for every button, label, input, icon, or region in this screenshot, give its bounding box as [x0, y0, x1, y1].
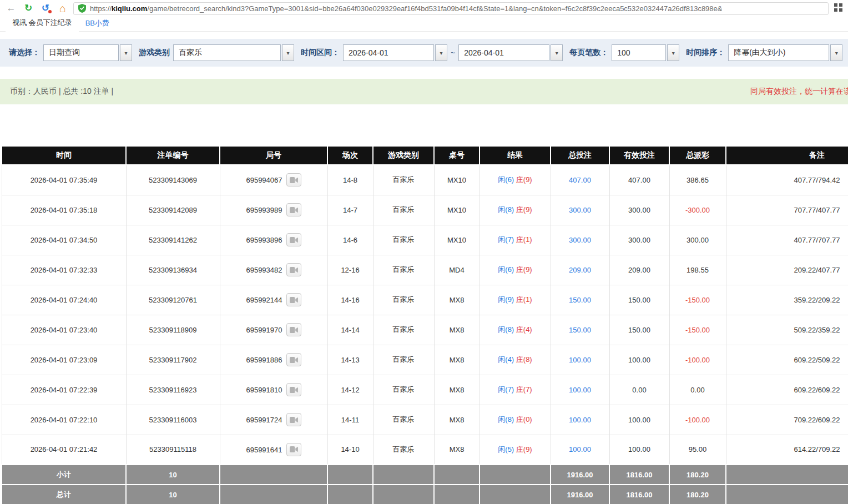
table-row: 2026-04-01 07:34:50 523309141262 6959938… [2, 225, 848, 255]
cell-total-bet[interactable]: 100.00 [551, 375, 609, 405]
cell-session: 14-14 [327, 315, 373, 345]
chevron-down-icon[interactable]: ▾ [667, 44, 679, 61]
col-table-no: 桌号 [434, 146, 479, 165]
footer-empty-cell [434, 485, 479, 504]
footer-empty-cell [434, 465, 479, 485]
cell-payout: -150.00 [669, 315, 726, 345]
subtotal-payout: 180.20 [669, 465, 726, 485]
table-footer: 小计 10 1916.00 1816.00 180.20 总计 10 [2, 465, 848, 504]
video-replay-button[interactable] [286, 173, 301, 187]
page-size-select[interactable]: 100 ▾ [612, 44, 679, 61]
subtotal-total-bet: 1916.00 [551, 465, 609, 485]
result-player: 闲(7) [498, 385, 514, 394]
cell-total-bet[interactable]: 209.00 [551, 255, 609, 285]
col-session: 场次 [327, 146, 373, 165]
chevron-down-icon[interactable]: ▾ [282, 44, 294, 61]
total-total-bet: 1916.00 [551, 485, 609, 504]
cell-result: 闲(4) 庄(8) [479, 345, 551, 375]
video-icon [290, 177, 298, 184]
cell-total-bet[interactable]: 100.00 [551, 345, 609, 375]
cell-table-no: MX8 [434, 405, 479, 435]
game-type-label: 游戏类别 [139, 48, 170, 58]
cell-table-no: MX8 [434, 345, 479, 375]
cell-total-bet[interactable]: 100.00 [551, 405, 609, 435]
video-icon [290, 206, 298, 214]
video-replay-button[interactable] [286, 323, 301, 336]
cell-bet-id: 523309115118 [126, 435, 220, 465]
video-icon [290, 296, 298, 304]
chevron-down-icon[interactable]: ▾ [830, 44, 842, 61]
subtotal-count: 10 [126, 465, 220, 485]
page-size-value: 100 [612, 44, 666, 61]
cell-total-bet[interactable]: 300.00 [551, 225, 609, 255]
cell-result: 闲(6) 庄(9) [479, 165, 551, 195]
date-to-value: 2026-04-01 [458, 44, 549, 61]
tab-bet-records[interactable]: 视讯 会员下注纪录 [6, 15, 79, 32]
cell-game-type: 百家乐 [373, 315, 434, 345]
url-domain: kiqiiu.com [112, 4, 147, 13]
cell-session: 14-16 [327, 285, 373, 315]
query-type-select[interactable]: 日期查询 ▾ [43, 44, 132, 61]
apps-grid-icon[interactable] [832, 3, 844, 14]
result-player: 闲(7) [498, 235, 514, 244]
cell-table-no: MD4 [434, 255, 479, 285]
video-replay-button[interactable] [286, 203, 301, 216]
cell-bet-id: 523309117902 [126, 345, 220, 375]
address-bar[interactable]: https://kiqiiu.com/game/betrecord_search… [73, 2, 829, 15]
game-type-select[interactable]: 百家乐 ▾ [173, 44, 294, 61]
cell-game-type: 百家乐 [373, 345, 434, 375]
cell-table-no: MX10 [434, 225, 479, 255]
cell-total-bet[interactable]: 100.00 [551, 435, 609, 465]
cell-payout: 198.55 [669, 255, 726, 285]
cell-valid-bet: 100.00 [609, 405, 669, 435]
tab-bb-tip[interactable]: BB小费 [79, 16, 116, 32]
cell-game-type: 百家乐 [373, 165, 434, 195]
sort-label: 时间排序： [686, 48, 725, 58]
footer-empty-cell [479, 465, 551, 485]
cell-result: 闲(8) 庄(4) [479, 315, 551, 345]
cell-total-bet[interactable]: 150.00 [551, 315, 609, 345]
video-replay-button[interactable] [286, 383, 301, 396]
cell-total-bet[interactable]: 407.00 [551, 165, 609, 195]
date-from-input[interactable]: 2026-04-01 ▾ [343, 44, 447, 61]
cell-total-bet[interactable]: 300.00 [551, 195, 609, 225]
col-total-bet: 总投注 [551, 146, 609, 165]
table-row: 2026-04-01 07:35:18 523309142089 6959939… [2, 195, 848, 225]
cell-valid-bet: 300.00 [609, 195, 669, 225]
home-icon[interactable]: ⌂ [56, 2, 69, 15]
video-replay-button[interactable] [286, 233, 301, 246]
back-icon[interactable]: ← [4, 2, 18, 15]
video-replay-button[interactable] [286, 263, 301, 276]
undo-icon[interactable]: ↺ [39, 2, 52, 15]
chevron-down-icon[interactable]: ▾ [551, 44, 563, 61]
video-replay-button[interactable] [286, 293, 301, 306]
cell-bet-id: 523309116003 [126, 405, 220, 435]
cell-game-type: 百家乐 [373, 285, 434, 315]
cell-session: 12-16 [327, 255, 373, 285]
round-number: 695993989 [246, 206, 282, 214]
date-to-input[interactable]: 2026-04-01 ▾ [458, 44, 563, 61]
chevron-down-icon[interactable]: ▾ [435, 44, 447, 61]
cell-round-id: 695991810 [220, 375, 327, 405]
chevron-down-icon[interactable]: ▾ [120, 44, 132, 61]
date-from-value: 2026-04-01 [343, 44, 434, 61]
refresh-icon[interactable]: ↻ [22, 2, 35, 15]
cell-payout: -150.00 [669, 285, 726, 315]
total-row: 总计 10 1916.00 1816.00 180.20 [2, 485, 848, 504]
subtotal-row: 小计 10 1916.00 1816.00 180.20 [2, 465, 848, 485]
result-player: 闲(5) [498, 445, 514, 453]
cell-time: 2026-04-01 07:24:40 [2, 285, 126, 315]
video-replay-button[interactable] [286, 413, 301, 426]
cell-result: 闲(7) 庄(7) [479, 375, 551, 405]
result-banker: 庄(9) [516, 445, 532, 453]
cell-total-bet[interactable]: 150.00 [551, 285, 609, 315]
video-replay-button[interactable] [286, 353, 301, 366]
video-replay-button[interactable] [286, 443, 301, 456]
sort-select[interactable]: 降幂(由大到小) ▾ [728, 44, 842, 61]
cell-time: 2026-04-01 07:32:33 [2, 255, 126, 285]
table-row: 2026-04-01 07:23:40 523309118909 6959919… [2, 315, 848, 345]
range-separator: ~ [451, 48, 455, 57]
cell-time: 2026-04-01 07:23:09 [2, 345, 126, 375]
cell-bet-id: 523309141262 [126, 225, 220, 255]
cell-round-id: 695991886 [220, 345, 327, 375]
